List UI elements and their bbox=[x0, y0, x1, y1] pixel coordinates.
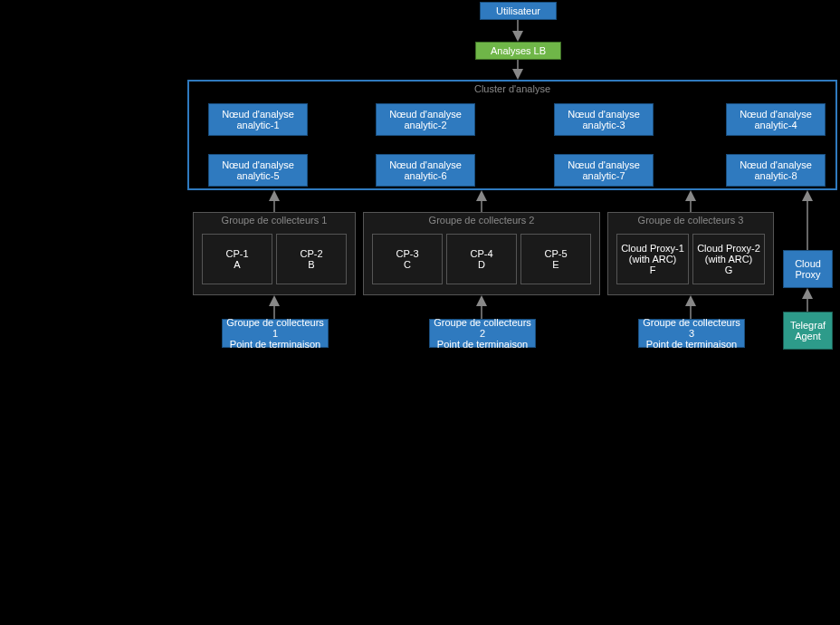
analytic-node-3: Nœud d'analyseanalytic-3 bbox=[554, 103, 654, 136]
user-box: Utilisateur bbox=[480, 2, 557, 20]
lb-box: Analyses LB bbox=[475, 42, 561, 60]
cloud-proxy-1-arc: Cloud Proxy-1(with ARC)F bbox=[616, 234, 689, 284]
analytic-node-5: Nœud d'analyseanalytic-5 bbox=[208, 154, 308, 187]
cp-1: CP-1A bbox=[202, 234, 272, 284]
analytic-node-8: Nœud d'analyseanalytic-8 bbox=[726, 154, 826, 187]
analytic-node-1: Nœud d'analyseanalytic-1 bbox=[208, 103, 308, 136]
user-label: Utilisateur bbox=[496, 5, 540, 16]
cp-4: CP-4D bbox=[446, 234, 517, 284]
cp-3: CP-3C bbox=[372, 234, 443, 284]
cp-5: CP-5E bbox=[520, 234, 591, 284]
analytic-node-2: Nœud d'analyseanalytic-2 bbox=[376, 103, 475, 136]
lb-label: Analyses LB bbox=[491, 45, 546, 56]
cp-2: CP-2B bbox=[276, 234, 347, 284]
cloud-proxy-2-arc: Cloud Proxy-2(with ARC)G bbox=[692, 234, 765, 284]
cluster-label: Cluster d'analyse bbox=[189, 83, 835, 94]
analytic-node-6: Nœud d'analyseanalytic-6 bbox=[376, 154, 475, 187]
analytic-node-4: Nœud d'analyseanalytic-4 bbox=[726, 103, 826, 136]
endpoint-2: Groupe de collecteurs 2Point de terminai… bbox=[429, 319, 536, 348]
group2-label: Groupe de collecteurs 2 bbox=[364, 215, 599, 226]
endpoint-3: Groupe de collecteurs 3Point de terminai… bbox=[638, 319, 745, 348]
group3-label: Groupe de collecteurs 3 bbox=[608, 215, 773, 226]
analytic-node-7: Nœud d'analyseanalytic-7 bbox=[554, 154, 654, 187]
cloud-proxy-box: CloudProxy bbox=[783, 250, 833, 288]
telegraf-box: TelegrafAgent bbox=[783, 312, 833, 350]
endpoint-1: Groupe de collecteurs 1Point de terminai… bbox=[222, 319, 329, 348]
group1-label: Groupe de collecteurs 1 bbox=[194, 215, 355, 226]
